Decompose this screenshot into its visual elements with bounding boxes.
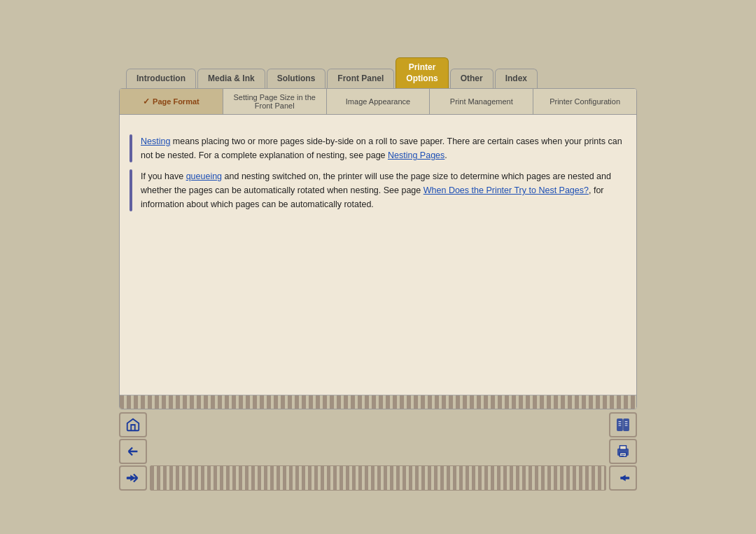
queueing-link[interactable]: queueing (186, 171, 222, 181)
svg-rect-3 (624, 419, 629, 431)
forward-button[interactable] (119, 465, 147, 491)
tab-solutions[interactable]: Solutions (267, 69, 326, 89)
back-button[interactable] (119, 439, 147, 464)
nav-area (119, 412, 637, 491)
tab-other[interactable]: Other (450, 69, 493, 89)
nesting-link[interactable]: Nesting (141, 136, 170, 146)
home-button[interactable] (119, 412, 147, 437)
svg-rect-11 (620, 446, 626, 450)
svg-rect-2 (617, 419, 622, 431)
content-area: Nesting means placing two or more pages … (120, 115, 636, 395)
svg-rect-17 (620, 477, 624, 479)
app-container: IntroductionMedia & InkSolutionsFront Pa… (119, 57, 637, 491)
subtab-image-appearance[interactable]: Image Appearance (327, 89, 430, 114)
subtab-print-management[interactable]: Print Management (430, 89, 533, 114)
tab-printer-options[interactable]: Printer Options (396, 57, 448, 88)
paragraph-1: Nesting means placing two or more pages … (134, 134, 622, 162)
tab-bar: IntroductionMedia & InkSolutionsFront Pa… (119, 57, 637, 88)
tab-introduction[interactable]: Introduction (126, 69, 196, 89)
paragraph-2: If you have queueing and nesting switche… (134, 169, 622, 211)
sub-tab-bar: ✓Page FormatSetting Page Size in the Fro… (120, 89, 636, 115)
nest-pages-link[interactable]: When Does the Printer Try to Nest Pages? (424, 185, 589, 195)
para2-text: If you have queueing and nesting switche… (141, 171, 611, 209)
nav-left (119, 412, 147, 491)
subtab-page-format[interactable]: ✓Page Format (120, 89, 223, 114)
tab-front-panel[interactable]: Front Panel (327, 69, 394, 89)
main-area: ✓Page FormatSetting Page Size in the Fro… (119, 88, 637, 409)
tab-media-ink[interactable]: Media & Ink (197, 69, 265, 89)
subtab-printer-configuration[interactable]: Printer Configuration (533, 89, 636, 114)
nesting-pages-link[interactable]: Nesting Pages (388, 150, 444, 160)
nav-right (609, 412, 637, 491)
tab-index[interactable]: Index (495, 69, 538, 89)
spiral-bar (120, 395, 636, 409)
print-button[interactable] (609, 439, 637, 464)
subtab-setting-page-size[interactable]: Setting Page Size in the Front Panel (223, 89, 327, 114)
next-page-button[interactable] (609, 465, 637, 491)
book-button[interactable] (609, 412, 637, 437)
spiral-decoration (150, 465, 606, 491)
para1-text: Nesting means placing two or more pages … (141, 136, 622, 160)
